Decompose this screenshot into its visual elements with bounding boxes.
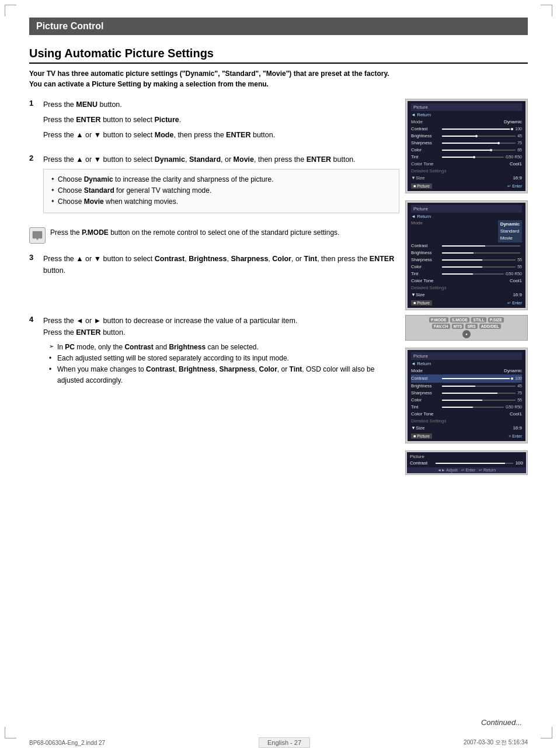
intro-line1: Your TV has three automatic picture sett…: [29, 70, 389, 78]
mode-movie: Movie: [500, 235, 520, 242]
screen1-colortone-row: Color Tone Cool1: [411, 161, 522, 168]
screen3-contrast-row: Contrast 100: [411, 374, 522, 383]
screen3-color-val: 55: [517, 397, 522, 403]
screen2-return: ◄ Return: [411, 214, 522, 219]
screen3-mode-label: Mode: [411, 367, 423, 374]
screen3-size-val: 16:9: [513, 425, 522, 432]
sub-bullet-store: Each adjusted setting will be stored sep…: [49, 353, 399, 364]
main-title: Using Automatic Picture Settings: [29, 47, 528, 64]
screen1-brightness-row: Brightness 45: [411, 133, 522, 140]
screen4-title: Picture: [410, 454, 523, 459]
screen1-brightness-val: 45: [517, 133, 522, 139]
step-2-number: 2: [29, 154, 39, 218]
screen3-tint-val: G50 R50: [506, 404, 522, 410]
intro-line2: You can activate a Picture Setting by ma…: [29, 80, 269, 88]
screen1-color-row: Color 65: [411, 147, 522, 154]
screen3-brightness-label: Brightness: [411, 383, 440, 390]
page-footer: BP68-00630A-Eng_2.indd 27 English - 27 2…: [0, 737, 557, 748]
screen3-colortone-label: Color Tone: [411, 411, 434, 418]
screen4: Picture Contrast 100 ◄► Adjust ↵ Enter ↩…: [405, 450, 528, 475]
screen1-size-row: ▼Size 16:9: [411, 175, 522, 182]
screen2-size-row: ▼Size 16:9: [411, 292, 522, 299]
screen3-brightness-val: 45: [517, 383, 522, 389]
screen3-colortone-val: Cool1: [510, 411, 522, 418]
screen1-bottom: ■ Picture ↵ Enter: [411, 183, 522, 189]
main-title-text: Using Automatic Picture Settings: [29, 47, 214, 60]
screen1-size-val: 16:9: [513, 175, 522, 182]
screen2-contrast-row: Contrast: [411, 242, 522, 249]
screen3-sharpness-row: Sharpness 75: [411, 390, 522, 397]
screen1-sharpness-row: Sharpness 75: [411, 140, 522, 147]
screen2-color-val: 55: [517, 263, 522, 270]
screen1-contrast-label: Contrast: [411, 126, 440, 133]
step-4-bullets: In PC mode, only the Contrast and Bright…: [49, 342, 399, 387]
screen3-contrast-val: 100: [515, 375, 522, 382]
svg-rect-2: [37, 237, 38, 239]
screen4-contrast-row: Contrast 100: [410, 460, 523, 466]
step-1-line3: Press the ▲ or ▼ button to select Mode, …: [43, 129, 399, 141]
step-1-line1: Press the MENU button.: [43, 99, 399, 110]
screen3-detailed-label: Detailed Settings: [411, 418, 446, 425]
screen2-size-val: 16:9: [513, 292, 522, 299]
screen2-tint-row: Tint G50 R50: [411, 271, 522, 278]
srs-btn: SRS: [465, 324, 477, 329]
step-2-content: Press the ▲ or ▼ button to select Dynami…: [43, 154, 399, 218]
screen1-contrast-row: Contrast 100: [411, 126, 522, 133]
screen1-color-val: 65: [517, 147, 522, 153]
screen4-slider: [436, 463, 513, 464]
screen3-sharpness-val: 75: [517, 390, 522, 396]
screen2-enter: ↵ Enter: [507, 301, 522, 306]
right-col: Picture ◄ Return Mode Dynamic Contrast 1…: [405, 99, 528, 475]
screen3-colortone-row: Color Tone Cool1: [411, 411, 522, 418]
favch-btn: FAV.CH: [432, 324, 450, 329]
screen3-mode-val: Dynamic: [504, 367, 522, 374]
screen2-detailed-label: Detailed Settings: [411, 285, 446, 292]
sub-bullet-pc: In PC mode, only the Contrast and Bright…: [49, 342, 399, 353]
screen2-contrast-label: Contrast: [411, 242, 440, 249]
screen1-colortone-val: Cool1: [510, 161, 522, 168]
section-header: Picture Control: [29, 18, 528, 35]
screen1-size-label: ▼Size: [411, 175, 424, 182]
remote-nav-row: ●: [462, 330, 471, 338]
step-1: 1 Press the MENU button. Press the ENTER…: [29, 99, 399, 144]
step-3-content: Press the ▲ or ▼ button to select Contra…: [43, 253, 399, 280]
remote-top-row: P.MODE S.MODE STILL P.SIZE: [429, 317, 504, 322]
sub-bullet-osd: When you make changes to Contrast, Brigh…: [49, 364, 399, 386]
screen2-color-row: Color 55: [411, 263, 522, 271]
screen2-color-label: Color: [411, 263, 440, 271]
screen3-detailed-row: Detailed Settings: [411, 418, 522, 425]
step-4-line1: Press the ◄ or ► button to decrease or i…: [43, 315, 399, 338]
screen1-detailed-label: Detailed Settings: [411, 168, 446, 175]
screen3-size-row: ▼Size 16:9: [411, 425, 522, 432]
screen2-mode-options: Dynamic Standard Movie: [498, 220, 522, 242]
screen2-title: Picture: [411, 205, 522, 213]
screen2-colortone-row: Color Tone Cool1: [411, 278, 522, 285]
note-icon: [29, 227, 46, 244]
smode-btn: S.MODE: [450, 317, 470, 322]
screen3-return: ◄ Return: [411, 361, 522, 366]
screen2-size-label: ▼Size: [411, 292, 424, 299]
screen3-color-row: Color 55: [411, 397, 522, 404]
screen1-return: ◄ Return: [411, 112, 522, 117]
intro-text: Your TV has three automatic picture sett…: [29, 68, 528, 89]
remote-inner: P.MODE S.MODE STILL P.SIZE FAV.CH MTS SR…: [429, 317, 504, 338]
screen4-contrast-val: 100: [516, 460, 523, 466]
footer-left: BP68-00630A-Eng_2.indd 27: [29, 740, 105, 746]
screen3: Picture ◄ Return Mode Dynamic Contrast 1…: [405, 348, 528, 443]
page-wrapper: Picture Control Using Automatic Picture …: [0, 0, 557, 756]
screen3-size-label: ▼Size: [411, 425, 424, 432]
remote-circle: ●: [462, 330, 471, 338]
footer-right: 2007-03-30 오전 5:16:34: [464, 738, 528, 747]
screen4-inner: Picture Contrast 100: [407, 452, 526, 467]
screen2-mode-area: Mode Dynamic Standard Movie: [411, 220, 522, 242]
mts-btn: MTS: [452, 324, 464, 329]
screen3-tint-row: Tint G50 R50: [411, 404, 522, 411]
screen2-bottom-label: ■ Picture: [411, 300, 432, 306]
screen1-enter: ↵ Enter: [507, 184, 522, 189]
pmode-btn: P.MODE: [429, 317, 448, 322]
step-2-line1: Press the ▲ or ▼ button to select Dynami…: [43, 154, 399, 165]
content-area: 1 Press the MENU button. Press the ENTER…: [29, 99, 528, 475]
screen1-tint-val: G50 R50: [506, 154, 522, 160]
screen2-colortone-val: Cool1: [510, 278, 522, 285]
note-text: Press the P.MODE button on the remote co…: [50, 227, 339, 238]
